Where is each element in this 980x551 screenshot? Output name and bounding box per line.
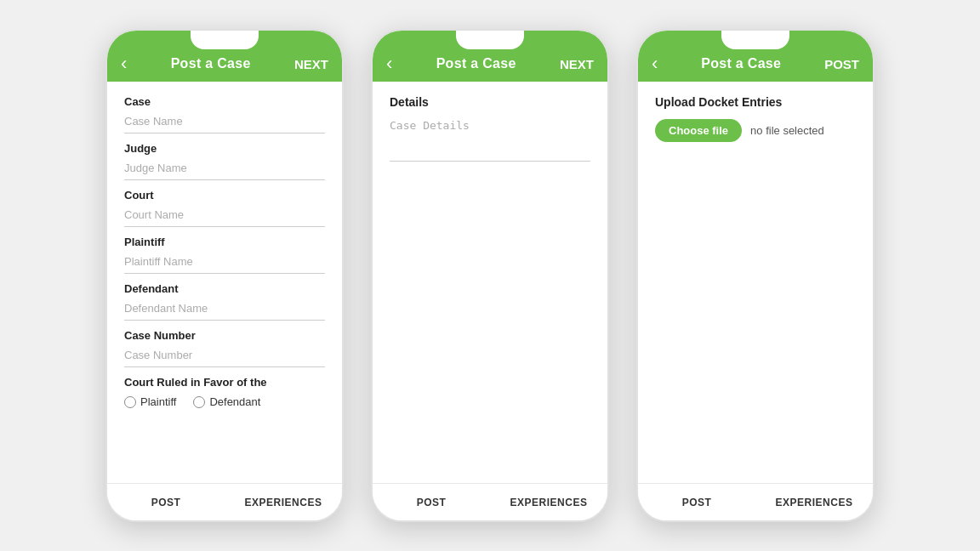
next-button-2[interactable]: NEXT [560,57,594,71]
details-section-label: Details [390,95,590,109]
post-button-3[interactable]: POST [824,57,859,71]
defendant-radio-circle [193,396,205,408]
defendant-label: Defendant [124,282,325,295]
phones-container: ‹ Post a Case NEXT Case Judge Court Plai… [88,12,892,539]
court-field-group: Court [124,189,325,227]
phone-3-header: ‹ Post a Case POST [638,31,873,82]
court-input[interactable] [124,205,325,227]
phone-3-title: Post a Case [701,56,781,71]
phone-1-tab-experiences[interactable]: EXPERIENCES [225,497,342,508]
upload-label: Upload Docket Entries [655,95,856,109]
plaintiff-radio-label: Plaintiff [140,395,176,408]
court-label: Court [124,189,325,202]
phone-1-footer: POST EXPERIENCES [107,483,342,520]
phone-2-tab-experiences[interactable]: EXPERIENCES [490,497,607,508]
phone-3: ‹ Post a Case POST Upload Docket Entries… [636,29,875,522]
case-number-field-group: Case Number [124,329,325,367]
phone-2-body: Details [373,82,607,483]
case-label: Case [124,95,325,108]
no-file-text: no file selected [750,124,824,137]
phone-1-tab-post[interactable]: POST [107,497,225,508]
back-button-2[interactable]: ‹ [386,54,392,73]
case-number-label: Case Number [124,329,325,342]
phone-1-body: Case Judge Court Plaintiff Defendant Cas [107,82,342,483]
defendant-radio[interactable]: Defendant [193,395,260,408]
defendant-radio-label: Defendant [209,395,260,408]
plaintiff-field-group: Plaintiff [124,236,325,274]
ruling-label: Court Ruled in Favor of the [124,376,325,389]
judge-label: Judge [124,142,325,155]
phone-1: ‹ Post a Case NEXT Case Judge Court Plai… [105,29,344,522]
phone-2-title: Post a Case [436,56,516,71]
judge-input[interactable] [124,158,325,180]
phone-3-tab-experiences[interactable]: EXPERIENCES [755,497,873,508]
phone-3-tab-post[interactable]: POST [638,497,755,508]
ruling-radio-group: Court Ruled in Favor of the Plaintiff De… [124,376,325,408]
phone-1-title: Post a Case [171,56,251,71]
radio-options: Plaintiff Defendant [124,395,325,408]
plaintiff-input[interactable] [124,252,325,274]
case-field-group: Case [124,95,325,133]
phone-2-footer: POST EXPERIENCES [373,483,607,520]
judge-field-group: Judge [124,142,325,180]
next-button-1[interactable]: NEXT [294,57,328,71]
defendant-input[interactable] [124,298,325,321]
case-input[interactable] [124,111,325,133]
phone-1-header: ‹ Post a Case NEXT [107,31,342,82]
back-button-3[interactable]: ‹ [652,54,658,73]
back-button-1[interactable]: ‹ [121,54,127,73]
choose-file-button[interactable]: Choose file [655,119,742,142]
plaintiff-radio-circle [124,396,136,408]
plaintiff-radio[interactable]: Plaintiff [124,395,176,408]
defendant-field-group: Defendant [124,282,325,321]
upload-row: Choose file no file selected [655,119,856,142]
phone-2-header: ‹ Post a Case NEXT [373,31,607,82]
phone-2-tab-post[interactable]: POST [373,497,490,508]
phone-2: ‹ Post a Case NEXT Details POST EXPERIEN… [371,29,609,522]
phone-3-body: Upload Docket Entries Choose file no fil… [638,82,873,483]
case-details-textarea[interactable] [390,116,590,162]
phone-3-footer: POST EXPERIENCES [638,483,873,520]
case-number-input[interactable] [124,345,325,367]
plaintiff-label: Plaintiff [124,236,325,248]
